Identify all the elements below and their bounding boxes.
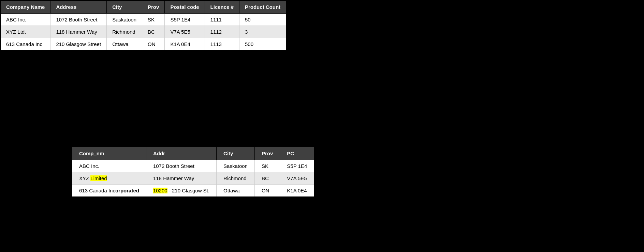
- table-cell: 500: [239, 38, 286, 51]
- top-table-container: Company Name Address City Prov Postal co…: [0, 0, 287, 51]
- table-cell: 3: [239, 26, 286, 38]
- bottom-table-header-row: Comp_nm Addr City Prov PC: [72, 147, 314, 160]
- top-col-product-count: Product Count: [239, 0, 286, 14]
- table-cell: Saskatoon: [217, 160, 255, 172]
- top-col-prov: Prov: [142, 0, 165, 14]
- bottom-table-container: Comp_nm Addr City Prov PC ABC Inc.1072 B…: [72, 146, 314, 197]
- table-cell: 1111: [205, 14, 239, 26]
- table-cell: BC: [254, 172, 280, 185]
- table-cell: 1072 Booth Street: [50, 14, 107, 26]
- table-row: XYZ Limited118 Hammer WayRichmondBCV7A 5…: [72, 172, 314, 185]
- top-col-address: Address: [50, 0, 107, 14]
- bottom-cell-comp-nm: XYZ Limited: [72, 172, 146, 185]
- table-cell: 210 Glasgow Street: [50, 38, 107, 51]
- bottom-col-prov: Prov: [254, 147, 280, 160]
- table-cell: Richmond: [217, 172, 255, 185]
- table-cell: SK: [254, 160, 280, 172]
- table-row: ABC Inc.1072 Booth StreetSaskatoonSKS5P …: [0, 14, 286, 26]
- table-cell: S5P 1E4: [280, 160, 314, 172]
- table-cell: SK: [142, 14, 165, 26]
- table-cell: BC: [142, 26, 165, 38]
- table-cell: Ottawa: [107, 38, 142, 51]
- table-cell: 50: [239, 14, 286, 26]
- bottom-cell-comp-nm: ABC Inc.: [72, 160, 146, 172]
- table-cell: 1113: [205, 38, 239, 51]
- table-cell: V7A 5E5: [280, 172, 314, 185]
- bottom-cell-addr: 118 Hammer Way: [146, 172, 216, 185]
- table-cell: Saskatoon: [107, 14, 142, 26]
- table-cell: 1112: [205, 26, 239, 38]
- bottom-col-addr: Addr: [146, 147, 216, 160]
- bottom-cell-addr: 10200 - 210 Glasgow St.: [146, 185, 216, 197]
- table-cell: 613 Canada Inc: [0, 38, 50, 51]
- bottom-col-city: City: [217, 147, 255, 160]
- table-row: ABC Inc.1072 Booth StreetSaskatoonSKS5P …: [72, 160, 314, 172]
- bottom-table: Comp_nm Addr City Prov PC ABC Inc.1072 B…: [72, 146, 314, 197]
- bottom-cell-comp-nm: 613 Canada Incorporated: [72, 185, 146, 197]
- table-cell: 118 Hammer Way: [50, 26, 107, 38]
- top-col-city: City: [107, 0, 142, 14]
- table-cell: V7A 5E5: [165, 26, 205, 38]
- table-cell: ON: [254, 185, 280, 197]
- top-col-company-name: Company Name: [0, 0, 50, 14]
- table-cell: K1A 0E4: [165, 38, 205, 51]
- top-col-postal-code: Postal code: [165, 0, 205, 14]
- bottom-col-pc: PC: [280, 147, 314, 160]
- bottom-col-comp-nm: Comp_nm: [72, 147, 146, 160]
- table-cell: XYZ Ltd.: [0, 26, 50, 38]
- table-cell: ABC Inc.: [0, 14, 50, 26]
- top-col-licence: Licence #: [205, 0, 239, 14]
- table-cell: K1A 0E4: [280, 185, 314, 197]
- top-table-header-row: Company Name Address City Prov Postal co…: [0, 0, 286, 14]
- top-table: Company Name Address City Prov Postal co…: [0, 0, 287, 51]
- table-cell: Ottawa: [217, 185, 255, 197]
- table-cell: S5P 1E4: [165, 14, 205, 26]
- table-cell: ON: [142, 38, 165, 51]
- table-row: XYZ Ltd.118 Hammer WayRichmondBCV7A 5E51…: [0, 26, 286, 38]
- table-cell: Richmond: [107, 26, 142, 38]
- table-row: 613 Canada Incorporated10200 - 210 Glasg…: [72, 185, 314, 197]
- bottom-cell-addr: 1072 Booth Street: [146, 160, 216, 172]
- table-row: 613 Canada Inc210 Glasgow StreetOttawaON…: [0, 38, 286, 51]
